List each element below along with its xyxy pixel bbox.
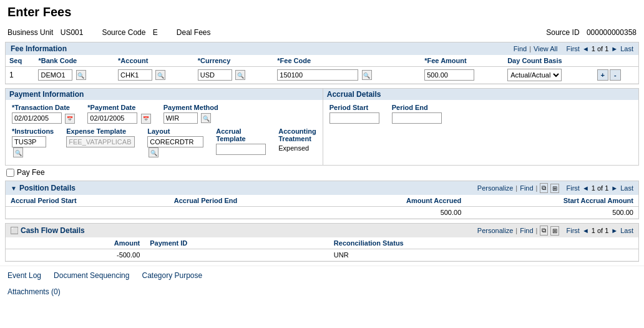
period-end-input[interactable]: [392, 112, 442, 124]
accrual-template-input[interactable]: [216, 144, 266, 155]
cashflow-find-link[interactable]: Find: [520, 227, 533, 234]
period-start-label: Period Start: [329, 104, 379, 111]
instructions-search-icon[interactable]: 🔍: [13, 147, 23, 157]
pos-col-amount-accrued: Amount Accrued: [326, 195, 466, 207]
payment-method-label: Payment Method: [163, 104, 218, 111]
fee-first-label: First: [567, 45, 580, 52]
cashflow-nav: Personalize | Find | ⧉ ⊞ First ◄ 1 of 1 …: [477, 226, 633, 236]
fee-view-all-link[interactable]: View All: [534, 45, 557, 52]
col-day-count-basis: Day Count Basis: [504, 55, 593, 67]
bank-code-search-icon[interactable]: 🔍: [76, 70, 86, 80]
cashflow-expand-icon[interactable]: ⬜: [11, 227, 18, 234]
position-next-arrow[interactable]: ►: [611, 184, 618, 192]
source-id-value: 000000000358: [587, 28, 637, 37]
bank-code-input[interactable]: [38, 69, 72, 81]
fee-code-cell: 🔍: [273, 67, 421, 84]
attachments-link[interactable]: Attachments (0): [7, 287, 61, 296]
source-id-field: Source ID 000000000358: [546, 28, 637, 37]
currency-input[interactable]: [198, 69, 232, 81]
position-last-label: Last: [620, 184, 633, 192]
payment-method-input[interactable]: [163, 112, 198, 124]
transaction-date-cal-icon[interactable]: 📅: [65, 114, 75, 124]
payment-date-input[interactable]: [87, 112, 137, 124]
add-row-button[interactable]: +: [597, 69, 608, 81]
fee-prev-arrow[interactable]: ◄: [582, 45, 589, 52]
position-details-header: ▼ Position Details Personalize | Find | …: [6, 181, 638, 195]
account-search-icon[interactable]: 🔍: [155, 70, 165, 80]
pay-fee-row: Pay Fee: [6, 168, 638, 177]
layout-field: Layout 🔍: [147, 127, 203, 157]
transaction-date-field: *Transaction Date 📅: [12, 104, 75, 124]
pos-col-period-start: Accrual Period Start: [6, 195, 169, 207]
position-details-section: ▼ Position Details Personalize | Find | …: [5, 181, 639, 219]
cashflow-row: -500.00 UNR: [6, 249, 638, 261]
deal-fees-field: Deal Fees: [177, 28, 211, 37]
fee-info-header: Fee Information Find | View All First ◄ …: [6, 42, 638, 55]
transaction-date-input[interactable]: [12, 112, 62, 124]
fee-day-count-cell: Actual/Actual Actual/360 Actual/365 30/3…: [504, 67, 593, 84]
two-panel-container: Payment Information *Transaction Date 📅 …: [5, 88, 639, 166]
instructions-input[interactable]: [12, 136, 46, 147]
pay-fee-checkbox[interactable]: [6, 169, 14, 177]
cashflow-view-icon[interactable]: ⧉: [540, 226, 548, 236]
fee-code-search-icon[interactable]: 🔍: [362, 70, 372, 80]
position-title-text: Position Details: [19, 184, 76, 192]
period-start-input[interactable]: [329, 112, 379, 124]
cash-recon-status: UNR: [329, 249, 638, 261]
pos-start-accrual: 500.00: [466, 207, 638, 219]
cash-col-recon-status: Reconciliation Status: [329, 237, 638, 249]
day-count-select[interactable]: Actual/Actual Actual/360 Actual/365 30/3…: [507, 69, 562, 81]
event-log-link[interactable]: Event Log: [7, 271, 41, 280]
cashflow-prev-arrow[interactable]: ◄: [582, 227, 589, 234]
add-remove-buttons: + -: [597, 69, 635, 81]
position-prev-arrow[interactable]: ◄: [582, 184, 589, 192]
cashflow-personalize-link[interactable]: Personalize: [477, 227, 513, 234]
period-start-field: Period Start: [329, 104, 379, 124]
account-input[interactable]: [118, 69, 152, 81]
position-grid-icon[interactable]: ⊞: [550, 184, 559, 193]
fee-account-cell: 🔍: [114, 67, 194, 84]
fee-code-input[interactable]: [277, 69, 358, 81]
col-currency: *Currency: [194, 55, 274, 67]
fee-amount-cell: [421, 67, 504, 84]
fee-page-info: 1 of 1: [592, 45, 609, 52]
expense-template-field: Expense Template: [66, 127, 135, 147]
instructions-field: *Instructions 🔍: [12, 127, 54, 157]
position-table: Accrual Period Start Accrual Period End …: [6, 195, 638, 219]
source-code-value: E: [153, 28, 158, 37]
pos-period-start: [6, 207, 169, 219]
page-container: Enter Fees Business Unit US001 Source Co…: [0, 0, 644, 299]
cashflow-title: ⬜ Cash Flow Details: [11, 226, 85, 235]
position-find-link[interactable]: Find: [520, 184, 533, 192]
business-unit-field: Business Unit US001: [7, 28, 83, 37]
layout-input[interactable]: [147, 136, 203, 147]
fee-seq: 1: [6, 67, 34, 84]
document-sequencing-link[interactable]: Document Sequencing: [54, 271, 129, 280]
payment-method-search-icon[interactable]: 🔍: [201, 113, 211, 123]
pos-col-start-accrual: Start Accrual Amount: [466, 195, 638, 207]
accrual-template-field: Accrual Template: [216, 127, 266, 155]
accrual-row1: Period Start Period End: [329, 104, 632, 124]
cashflow-next-arrow[interactable]: ►: [611, 227, 618, 234]
position-view-icon[interactable]: ⧉: [540, 183, 548, 193]
fee-info-nav: Find | View All First ◄ 1 of 1 ► Last: [514, 45, 633, 52]
position-collapse-icon[interactable]: ▼: [11, 185, 17, 192]
deal-fees-value: Deal Fees: [177, 28, 211, 37]
fee-find-link[interactable]: Find: [514, 45, 527, 52]
fee-amount-input[interactable]: [424, 69, 474, 81]
category-purpose-link[interactable]: Category Purpose: [142, 271, 202, 280]
remove-row-button[interactable]: -: [610, 69, 621, 81]
pos-col-period-end: Accrual Period End: [169, 195, 327, 207]
cashflow-first-label: First: [567, 227, 580, 234]
fee-next-arrow[interactable]: ►: [611, 45, 618, 52]
position-personalize-link[interactable]: Personalize: [477, 184, 513, 192]
payment-date-cal-icon[interactable]: 📅: [141, 114, 151, 124]
expense-template-input[interactable]: [66, 136, 135, 147]
cash-payment-id: [145, 249, 329, 261]
payment-row2: *Instructions 🔍 Expense Template Layout: [12, 127, 316, 157]
cashflow-grid-icon[interactable]: ⊞: [550, 226, 559, 236]
col-account: *Account: [114, 55, 194, 67]
layout-search-icon[interactable]: 🔍: [149, 147, 159, 157]
currency-search-icon[interactable]: 🔍: [235, 70, 245, 80]
accounting-treatment-label: Accounting Treatment: [278, 127, 316, 142]
